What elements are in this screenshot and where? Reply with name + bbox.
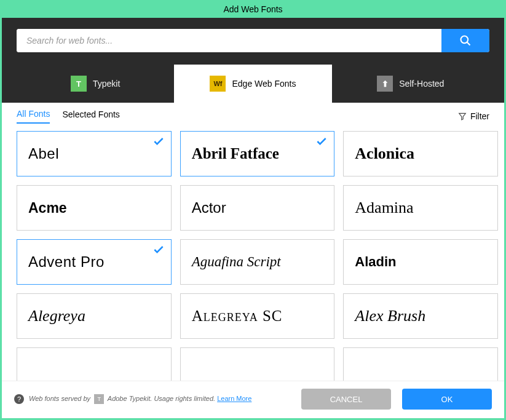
- font-name-label: Acme: [28, 200, 67, 216]
- footer-text: Web fonts served by T Adobe Typekit. Usa…: [29, 394, 251, 404]
- typekit-mini-icon: T: [94, 394, 104, 404]
- font-card[interactable]: Aclonica: [343, 131, 498, 176]
- svg-line-1: [467, 42, 470, 46]
- font-name-label: Alex Brush: [355, 307, 425, 325]
- check-icon: [152, 244, 165, 258]
- svg-point-0: [461, 36, 468, 44]
- font-name-label: Aladin: [355, 254, 396, 270]
- tab-typekit[interactable]: T Typekit: [17, 65, 174, 103]
- search-icon: [459, 34, 472, 47]
- tab-selected-fonts[interactable]: Selected Fonts: [62, 109, 119, 123]
- check-icon: [315, 135, 328, 150]
- upload-icon: ⬆: [377, 76, 393, 92]
- cancel-button[interactable]: CANCEL: [301, 389, 391, 410]
- learn-more-link[interactable]: Learn More: [217, 395, 251, 402]
- font-name-label: Alegreya: [28, 307, 85, 325]
- font-card[interactable]: Aladin: [343, 239, 498, 285]
- tab-self-hosted[interactable]: ⬆ Self-Hosted: [332, 65, 489, 103]
- font-card[interactable]: Aguafina Script: [180, 239, 335, 285]
- filter-icon: [458, 112, 467, 121]
- help-icon[interactable]: ?: [14, 394, 24, 404]
- font-name-label: Advent Pro: [28, 253, 105, 271]
- font-card[interactable]: Alegreya SC: [180, 293, 335, 339]
- font-card[interactable]: Alex Brush: [343, 293, 498, 339]
- font-name-label: Aclonica: [355, 145, 414, 163]
- font-name-label: Actor: [192, 199, 226, 216]
- ok-button[interactable]: OK: [402, 389, 492, 410]
- filter-button[interactable]: Filter: [458, 111, 489, 121]
- tab-label: Typekit: [93, 79, 120, 89]
- font-card[interactable]: Advent Pro: [17, 239, 172, 285]
- font-name-label: Abril Fatface: [192, 145, 279, 162]
- filter-bar: All Fonts Selected Fonts Filter: [2, 103, 504, 129]
- filter-label: Filter: [470, 111, 489, 121]
- font-card[interactable]: [180, 347, 335, 381]
- font-card[interactable]: Adamina: [343, 185, 498, 231]
- check-icon: [152, 135, 165, 150]
- font-card[interactable]: [17, 347, 172, 381]
- tab-all-fonts[interactable]: All Fonts: [17, 109, 50, 124]
- search-button[interactable]: [441, 29, 489, 52]
- font-card[interactable]: Abril Fatface: [180, 131, 335, 176]
- font-name-label: Abel: [28, 145, 59, 162]
- font-card[interactable]: Abel: [17, 131, 172, 176]
- body-section: All Fonts Selected Fonts Filter AbelAbri…: [2, 103, 504, 381]
- font-name-label: Adamina: [355, 199, 413, 217]
- window-title: Add Web Fonts: [2, 2, 504, 18]
- window: Add Web Fonts T Typekit Wf Edge Web Font…: [2, 2, 504, 418]
- svg-marker-2: [459, 113, 466, 120]
- font-scroll-area[interactable]: AbelAbril FatfaceAclonicaAcmeActorAdamin…: [2, 129, 504, 381]
- header-section: T Typekit Wf Edge Web Fonts ⬆ Self-Hoste…: [2, 18, 504, 103]
- font-card[interactable]: Alegreya: [17, 293, 172, 339]
- footer: ? Web fonts served by T Adobe Typekit. U…: [2, 381, 504, 418]
- font-name-label: Aguafina Script: [192, 254, 281, 270]
- search-row: [17, 29, 489, 52]
- font-card[interactable]: [343, 347, 498, 381]
- font-grid: AbelAbril FatfaceAclonicaAcmeActorAdamin…: [17, 131, 498, 381]
- font-name-label: Alegreya SC: [192, 307, 283, 325]
- font-card[interactable]: Acme: [17, 185, 172, 231]
- typekit-icon: T: [71, 76, 87, 92]
- tab-label: Edge Web Fonts: [232, 79, 296, 89]
- font-card[interactable]: Actor: [180, 185, 335, 231]
- search-input[interactable]: [17, 29, 441, 52]
- tab-edge-web-fonts[interactable]: Wf Edge Web Fonts: [174, 65, 331, 103]
- source-tabs: T Typekit Wf Edge Web Fonts ⬆ Self-Hoste…: [17, 65, 489, 103]
- tab-label: Self-Hosted: [399, 79, 444, 89]
- edge-web-fonts-icon: Wf: [210, 76, 226, 92]
